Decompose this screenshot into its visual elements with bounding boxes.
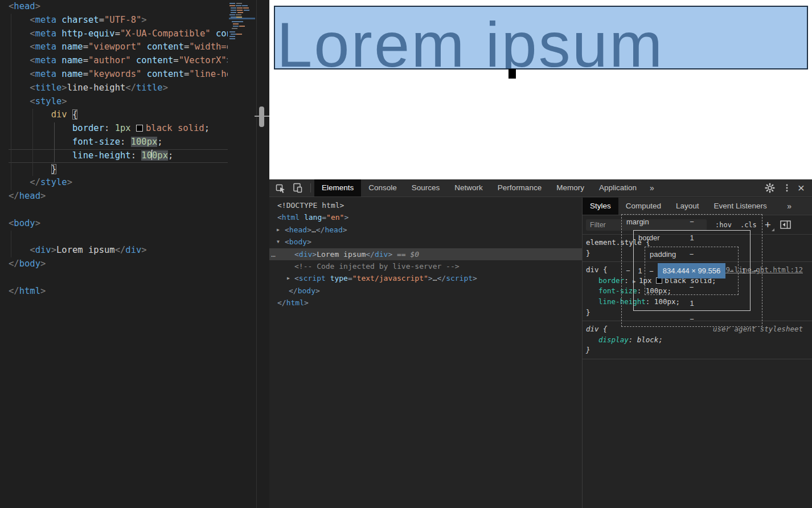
code-segment: </ xyxy=(115,245,126,255)
code-line[interactable]: <meta charset="UTF-8"> xyxy=(9,14,228,27)
code-line[interactable]: </head> xyxy=(9,190,228,203)
box-model-margin[interactable]: margin − − − − border 1 1 1 1 padding − … xyxy=(621,214,762,327)
device-toolbar-button[interactable] xyxy=(292,182,304,194)
code-line[interactable] xyxy=(9,231,228,244)
style-rule-line[interactable]: } xyxy=(586,345,812,356)
code-line[interactable]: <head> xyxy=(9,0,228,14)
tab-console[interactable]: Console xyxy=(361,179,404,196)
code-line[interactable]: </style> xyxy=(9,176,228,190)
code-segment: </ xyxy=(9,286,19,296)
code-segment: "text/javascript" xyxy=(352,274,428,282)
tab-network[interactable]: Network xyxy=(447,179,490,196)
code-segment xyxy=(67,109,72,120)
code-line[interactable] xyxy=(9,203,228,217)
box-model-padding[interactable]: padding − − − − 834.444 × 99.556 xyxy=(645,247,739,295)
indent-guide xyxy=(11,231,11,257)
code-segment: content xyxy=(147,42,184,52)
tab-elements[interactable]: Elements xyxy=(314,179,361,196)
code-line[interactable]: <meta name="viewport" content="width=dev… xyxy=(9,40,228,54)
code-line[interactable]: div { xyxy=(9,108,228,122)
code-line[interactable]: </body> xyxy=(9,257,228,271)
dom-tree-row[interactable]: <html lang="en"> xyxy=(269,211,582,223)
code-segment: } xyxy=(51,164,56,174)
margin-left-value[interactable]: − xyxy=(622,267,634,275)
code-line[interactable]: </html> xyxy=(9,285,228,298)
box-model-border[interactable]: border 1 1 1 1 padding − − − − 834.444 ×… xyxy=(633,230,751,311)
indent-guide-active xyxy=(54,122,55,162)
tab-styles[interactable]: Styles xyxy=(583,198,618,215)
padding-left-value[interactable]: − xyxy=(645,267,658,275)
window-resize-handle[interactable] xyxy=(259,106,264,127)
code-line[interactable]: <div>Lorem ipsum</div> xyxy=(9,244,228,257)
more-sidebar-tabs-button[interactable]: » xyxy=(781,198,797,215)
dom-tree-row[interactable]: ▶<head>…</head> xyxy=(269,224,582,236)
padding-bottom-value[interactable]: − xyxy=(645,283,738,292)
tab-computed[interactable]: Computed xyxy=(618,198,669,215)
style-rule-section[interactable]: user agent stylesheetdiv {display: block… xyxy=(583,321,812,359)
code-line[interactable]: border: 1px black solid; xyxy=(9,122,228,136)
dom-tree-row[interactable]: ▶<script type="text/javascript">…</scrip… xyxy=(269,272,582,284)
dom-tree[interactable]: <!DOCTYPE html><html lang="en">▶<head>…<… xyxy=(269,198,582,508)
code-line[interactable]: line-height: 100px; xyxy=(9,149,228,163)
border-top-value[interactable]: 1 xyxy=(634,233,750,242)
dom-tree-row[interactable]: <!DOCTYPE html> xyxy=(269,199,582,211)
code-segment: title xyxy=(35,83,62,93)
code-segment: content xyxy=(147,69,184,79)
code-line[interactable]: } xyxy=(9,163,228,177)
code-line[interactable]: <meta name="author" content="VectorX"> xyxy=(9,54,228,68)
rendered-div-highlight[interactable]: Lorem ipsum xyxy=(274,6,808,69)
more-tabs-button[interactable]: » xyxy=(644,179,660,196)
tab-event-listeners[interactable]: Event Listeners xyxy=(707,198,774,215)
margin-bottom-value[interactable]: − xyxy=(622,315,762,323)
code-segment: meta xyxy=(35,28,56,39)
devtools-menu-button[interactable] xyxy=(781,182,793,194)
dom-tree-row[interactable]: …<div>Lorem ipsum</div> == $0 xyxy=(269,248,582,260)
code-segment: </ xyxy=(125,83,136,93)
sidebar-tabs: StylesComputedLayoutEvent Listeners xyxy=(583,198,812,215)
padding-top-value[interactable]: − xyxy=(645,250,738,259)
code-segment: charset xyxy=(61,15,99,25)
padding-right-value[interactable]: − xyxy=(725,267,738,275)
expanded-arrow-icon[interactable]: ▼ xyxy=(277,236,280,248)
row-ellipsis-gutter[interactable]: … xyxy=(271,248,276,260)
collapsed-arrow-icon[interactable]: ▶ xyxy=(287,272,290,284)
dom-tree-row[interactable]: ▼<body> xyxy=(269,236,582,248)
sidebar-pane-toggle-button[interactable] xyxy=(780,220,791,229)
code-line[interactable]: <style> xyxy=(9,95,228,109)
box-model-content[interactable]: 834.444 × 99.556 xyxy=(658,263,725,278)
collapsed-arrow-icon[interactable]: ▶ xyxy=(277,224,280,236)
toolbar-separator xyxy=(310,183,311,192)
settings-button[interactable] xyxy=(764,182,776,194)
dom-tree-row[interactable]: <!-- Code injected by live-server --> xyxy=(269,260,582,272)
tab-performance[interactable]: Performance xyxy=(490,179,549,196)
close-devtools-button[interactable]: × xyxy=(793,182,810,194)
border-bottom-value[interactable]: 1 xyxy=(634,299,750,308)
code-segment: 0px xyxy=(152,150,168,161)
code-line[interactable]: <body> xyxy=(9,217,228,231)
code-segment: "VectorX" xyxy=(179,55,227,65)
code-line[interactable]: font-size: 100px; xyxy=(9,136,228,149)
new-style-rule-button[interactable]: + xyxy=(765,219,771,230)
code-line[interactable]: <meta http-equiv="X-UA-Compatible" conte… xyxy=(9,27,228,41)
code-line[interactable]: <title>line-height</title> xyxy=(9,81,228,95)
border-right-value[interactable]: 1 xyxy=(737,267,750,275)
margin-top-value[interactable]: − xyxy=(622,218,762,226)
code-line[interactable]: <meta name="keywords" content="line-heig… xyxy=(9,68,228,81)
tab-sources[interactable]: Sources xyxy=(404,179,448,196)
margin-right-value[interactable]: − xyxy=(749,267,762,275)
code-segment: 10 xyxy=(141,150,152,161)
code-segment: } xyxy=(586,249,590,257)
code-editor[interactable]: <head> <meta charset="UTF-8"> <meta http… xyxy=(0,0,228,508)
inspect-element-button[interactable] xyxy=(275,182,286,194)
minimap[interactable] xyxy=(229,0,255,508)
dom-tree-row[interactable]: </html> xyxy=(269,297,582,309)
dom-tree-row[interactable]: </body> xyxy=(269,285,582,297)
tab-layout[interactable]: Layout xyxy=(669,198,707,215)
tab-memory[interactable]: Memory xyxy=(549,179,592,196)
code-line[interactable] xyxy=(9,271,228,285)
code-segment: < xyxy=(30,96,35,106)
style-rule-line[interactable]: display: block; xyxy=(586,335,812,346)
tab-application[interactable]: Application xyxy=(592,179,644,196)
code-segment: = xyxy=(83,69,88,79)
code-segment: 1px xyxy=(115,123,131,133)
